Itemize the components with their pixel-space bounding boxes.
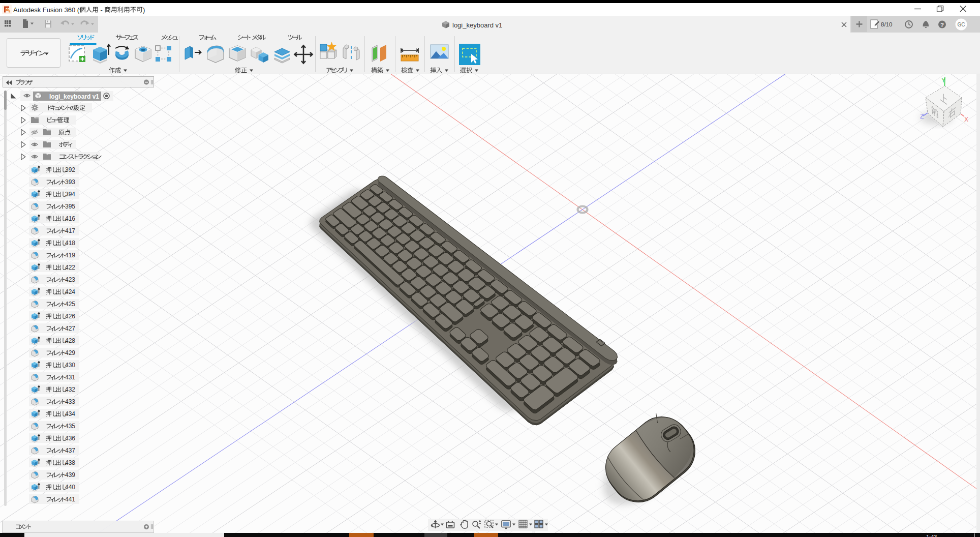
svg-text:GC: GC bbox=[958, 22, 965, 27]
svg-text:395: 395 bbox=[65, 203, 75, 210]
svg-text:436: 436 bbox=[65, 435, 75, 442]
svg-text:441: 441 bbox=[65, 496, 75, 503]
svg-text:419: 419 bbox=[65, 252, 75, 259]
svg-text:?: ? bbox=[940, 22, 944, 28]
svg-text:426: 426 bbox=[65, 313, 75, 320]
svg-text:393: 393 bbox=[65, 178, 75, 186]
svg-text:428: 428 bbox=[65, 337, 75, 344]
svg-text:8/10: 8/10 bbox=[881, 21, 892, 27]
svg-text:429: 429 bbox=[65, 349, 75, 356]
svg-text:1:43: 1:43 bbox=[926, 534, 937, 537]
svg-text:logi_keyboard v1: logi_keyboard v1 bbox=[49, 93, 99, 100]
svg-text:427: 427 bbox=[65, 325, 75, 332]
svg-text:440: 440 bbox=[65, 484, 75, 491]
svg-text:432: 432 bbox=[65, 386, 75, 393]
svg-text:433: 433 bbox=[65, 398, 75, 405]
svg-text:): ) bbox=[143, 6, 145, 14]
svg-text:431: 431 bbox=[65, 374, 75, 381]
svg-text:Autodesk Fusion 360 (: Autodesk Fusion 360 ( bbox=[13, 6, 80, 14]
svg-text:392: 392 bbox=[65, 166, 75, 173]
svg-text:logi_keyboard v1: logi_keyboard v1 bbox=[452, 21, 502, 29]
svg-text:423: 423 bbox=[65, 276, 75, 283]
svg-text:-: - bbox=[101, 6, 103, 14]
svg-text:418: 418 bbox=[65, 240, 75, 247]
svg-text:434: 434 bbox=[65, 410, 75, 417]
svg-text:425: 425 bbox=[65, 301, 75, 308]
svg-text:394: 394 bbox=[65, 191, 75, 198]
svg-text:417: 417 bbox=[65, 227, 75, 234]
svg-text:439: 439 bbox=[65, 471, 75, 479]
svg-text:438: 438 bbox=[65, 459, 75, 466]
svg-text:416: 416 bbox=[65, 215, 75, 222]
svg-text:437: 437 bbox=[65, 447, 75, 454]
svg-text:424: 424 bbox=[65, 288, 75, 295]
svg-text:422: 422 bbox=[65, 264, 75, 271]
svg-text:435: 435 bbox=[65, 423, 75, 430]
svg-text:430: 430 bbox=[65, 362, 75, 369]
